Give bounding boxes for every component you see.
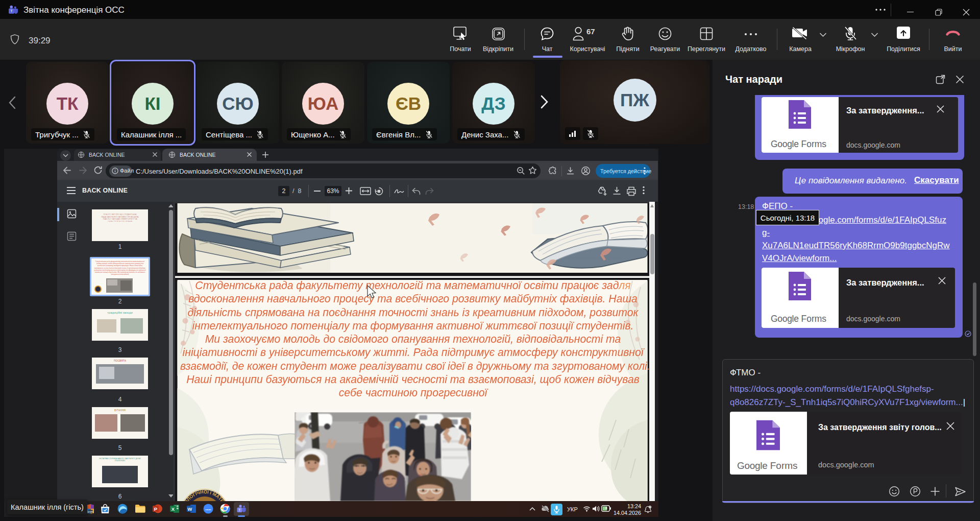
svg-text:P: P — [154, 506, 158, 512]
svg-text:X: X — [172, 506, 175, 512]
svg-text:W: W — [188, 506, 192, 512]
svg-text:67: 67 — [586, 27, 595, 36]
svg-text:T: T — [10, 9, 13, 13]
svg-text:M365: M365 — [88, 511, 94, 513]
svg-text:zoom: zoom — [206, 508, 211, 511]
svg-text:T: T — [238, 508, 241, 512]
